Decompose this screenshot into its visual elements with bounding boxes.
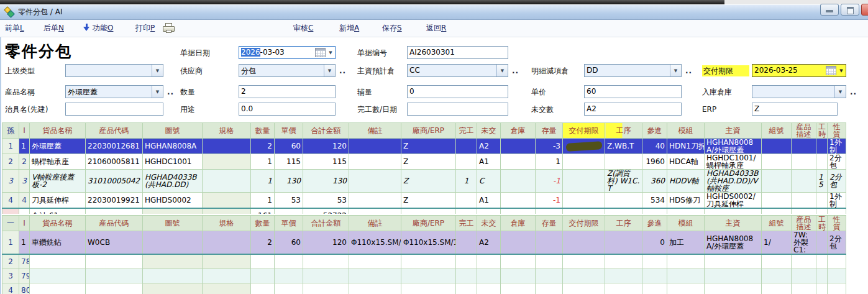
toolbar-next-doc-button[interactable]: 后单N — [43, 20, 64, 37]
header-廠商/ERP[interactable]: 廠商/ERP — [401, 216, 456, 231]
cell[interactable]: 2分包 — [828, 170, 846, 193]
header-完工[interactable]: 完工 — [456, 216, 477, 231]
cell[interactable] — [456, 254, 477, 269]
cell[interactable]: -3 — [536, 139, 563, 154]
parent-type-field[interactable]: ▼ — [65, 64, 163, 77]
cell[interactable] — [563, 231, 605, 255]
combo-dropdown-button[interactable]: ▼ — [834, 86, 846, 98]
cell[interactable]: 80 — [19, 283, 30, 294]
cell[interactable]: Z — [401, 139, 456, 154]
cell[interactable] — [563, 170, 605, 193]
cell[interactable] — [251, 269, 275, 283]
cell[interactable] — [30, 269, 86, 283]
cell[interactable]: HGHAN8008A — [143, 139, 203, 154]
toolbar-prev-doc-button[interactable]: 前单L — [5, 20, 24, 37]
header-參進[interactable]: 參進 — [642, 123, 667, 139]
detail-wh-field[interactable]: DD▼ — [584, 64, 682, 77]
cell[interactable] — [705, 254, 762, 269]
cell[interactable] — [642, 283, 667, 294]
cell[interactable]: V軸鞍座後蓋板-2 — [30, 170, 86, 193]
cell[interactable] — [816, 269, 828, 283]
header-圖號[interactable]: 圖號 — [143, 123, 203, 139]
cell[interactable] — [86, 269, 143, 283]
header-廠商/ERP[interactable]: 廠商/ERP — [401, 123, 456, 139]
cell[interactable] — [203, 193, 251, 209]
cell[interactable]: Z.WB.T — [605, 139, 642, 154]
cell[interactable]: 2分包 — [828, 154, 846, 170]
cell[interactable]: C — [477, 170, 501, 193]
cell[interactable] — [816, 193, 828, 209]
cell[interactable]: 2分包 — [828, 231, 846, 255]
cell[interactable]: 2 — [251, 231, 275, 255]
cell[interactable]: HGHAD4033B(共HAD.DD)/V軸鞍座 — [705, 170, 762, 193]
cell[interactable] — [477, 269, 501, 283]
cell[interactable]: 31010005042 — [86, 170, 143, 193]
fixture-field[interactable] — [65, 103, 163, 116]
cell[interactable] — [501, 283, 536, 294]
cell[interactable]: 130 — [303, 170, 349, 193]
cell[interactable]: 車鑽銑鉆 — [30, 231, 86, 255]
cell[interactable] — [563, 139, 605, 154]
cell[interactable] — [563, 154, 605, 170]
date-dropdown-button[interactable]: ▼ — [326, 47, 335, 58]
done-qty-field[interactable] — [407, 103, 508, 116]
header-性質[interactable]: 性質 — [828, 123, 846, 139]
cell[interactable]: 53 — [303, 193, 349, 209]
cell[interactable]: 15 — [816, 170, 828, 193]
in-wh-field[interactable]: ▼ — [752, 85, 846, 98]
cell[interactable]: 4 — [2, 193, 19, 209]
header-模組[interactable]: 模組 — [667, 123, 705, 139]
cell[interactable]: HGHDS0002/刀具延伸桿 — [705, 193, 762, 209]
cell[interactable] — [251, 254, 275, 269]
header-合計金額[interactable]: 合計金額 — [303, 123, 349, 139]
cell[interactable] — [303, 254, 349, 269]
cell[interactable]: 1 — [251, 170, 275, 193]
header-I[interactable]: I — [19, 216, 30, 231]
cell[interactable]: 115 — [303, 154, 349, 170]
header-存量[interactable]: 存量 — [536, 216, 563, 231]
cell[interactable] — [349, 170, 401, 193]
product-more-button[interactable]: .. — [167, 88, 174, 99]
cell[interactable] — [349, 269, 401, 283]
cell[interactable] — [667, 283, 705, 294]
header-未交[interactable]: 未交 — [477, 216, 501, 231]
toolbar-functions-button[interactable]: 功能O — [83, 20, 113, 37]
header-一[interactable]: 一 — [2, 216, 19, 231]
cell[interactable]: 22030019921 — [86, 193, 143, 209]
aux-qty-field[interactable]: 0 — [407, 85, 508, 98]
cell[interactable] — [536, 269, 563, 283]
cell[interactable]: A2 — [477, 139, 501, 154]
cell[interactable]: Φ110x15.SM/1 — [401, 231, 456, 255]
cell[interactable]: -1 — [536, 170, 563, 193]
cell[interactable] — [762, 269, 792, 283]
cell[interactable]: 3 — [19, 170, 30, 193]
header-孫[interactable]: 孫 — [2, 123, 19, 139]
cell[interactable] — [705, 269, 762, 283]
cell[interactable] — [642, 254, 667, 269]
cell[interactable] — [605, 154, 642, 170]
cell[interactable]: HGHDC1001/蝸桿軸承座 — [705, 154, 762, 170]
header-主資[interactable]: 主資 — [705, 216, 762, 231]
cell[interactable]: A1 — [477, 193, 501, 209]
combo-dropdown-button[interactable]: ▼ — [152, 65, 163, 76]
cell[interactable] — [792, 283, 816, 294]
cell[interactable]: 22030012681 — [86, 139, 143, 154]
cell[interactable]: 115 — [275, 154, 303, 170]
cell[interactable] — [705, 283, 762, 294]
supplier-more-button[interactable]: .. — [339, 67, 346, 78]
cell[interactable] — [816, 154, 828, 170]
header-備註[interactable]: 備註 — [349, 123, 401, 139]
cell[interactable] — [349, 139, 401, 154]
header-圖號[interactable]: 圖號 — [143, 216, 203, 231]
cell[interactable] — [762, 154, 792, 170]
cell[interactable]: 外環壓蓋 — [30, 139, 86, 154]
cell[interactable] — [143, 254, 203, 269]
cell[interactable] — [563, 254, 605, 269]
cell[interactable]: 加工 — [667, 231, 705, 255]
cell[interactable] — [605, 193, 642, 209]
cell[interactable]: W0CB — [86, 231, 143, 255]
cell[interactable]: 3 — [2, 269, 19, 283]
cell[interactable]: Z(調質料) W1C.T — [605, 170, 642, 193]
cell[interactable]: 21060005811 — [86, 154, 143, 170]
header-工序[interactable]: 工序 — [605, 216, 642, 231]
